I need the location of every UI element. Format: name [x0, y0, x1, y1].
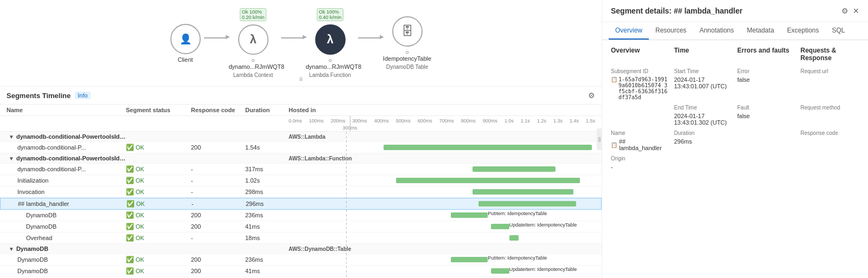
row-bar: [289, 200, 595, 208]
response-code-label: Response code: [801, 130, 860, 136]
row-status: ✅OK: [126, 200, 192, 208]
tab-exceptions[interactable]: Exceptions: [781, 22, 826, 40]
table-row[interactable]: dynamodb-conditional-P... ✅OK 200 1.54s: [0, 142, 602, 153]
row-duration: 41ms: [245, 268, 289, 274]
error-label: Error: [737, 68, 796, 74]
arrow-1: [201, 37, 229, 38]
right-content: Overview Time Errors and faults Requests…: [602, 40, 868, 278]
client-icon: 👤: [170, 24, 201, 54]
overview-col: Subsegment ID 📋 1-65a7d963-19919a6010b61…: [611, 68, 670, 100]
group-toggle[interactable]: ▼: [9, 246, 14, 252]
row-code: 200: [191, 268, 245, 274]
name-label: Name: [611, 130, 670, 136]
segment-bar: [451, 212, 488, 218]
mark-0: 0.0ms: [289, 118, 302, 124]
row-name: ▼dynamodb-conditional-PowertoolsIdempote…: [7, 155, 126, 161]
ok-icon: ✅: [126, 144, 134, 151]
right-tabs: Overview Resources Annotations Metadata …: [602, 22, 868, 40]
ok-icon: ✅: [126, 177, 134, 184]
arrow-3: [355, 37, 383, 38]
group-toggle[interactable]: ▼: [9, 156, 14, 161]
table-row[interactable]: DynamoDB ✅OK 200 236ms PutItem: Idempote…: [0, 254, 602, 266]
table-row[interactable]: ▼dynamodb-conditional-PowertoolsIdempote…: [0, 153, 602, 164]
duration-value: 296ms: [674, 138, 733, 145]
left-panel: 👤 Client Ok 100%0.20 k/min λ ○ dynamo...…: [0, 0, 602, 278]
table-row[interactable]: DynamoDB ✅OK 200 236ms PutItem: Idempote…: [0, 210, 602, 221]
row-bar: [289, 144, 595, 151]
subsegment-id-value: 1-65a7d963-19919a6010b615074 3f5cbf-6363…: [618, 76, 670, 100]
request-method-label: Request method: [801, 105, 860, 111]
end-time-label: End Time: [674, 105, 733, 111]
row-hosted: AWS::Lambda::Function: [289, 156, 595, 161]
table-row[interactable]: DynamoDB ✅OK 200 41ms UpdateItem: Idempo…: [0, 221, 602, 232]
origin-value: -: [611, 164, 670, 170]
tab-overview[interactable]: Overview: [609, 22, 649, 40]
tab-sql[interactable]: SQL: [826, 22, 852, 40]
request-method-col: Request method: [801, 105, 860, 126]
subsegment-id-label: Subsegment ID: [611, 68, 670, 74]
tab-annotations[interactable]: Annotations: [693, 22, 740, 40]
row-bar: PutItem: IdempotencyTable: [289, 211, 595, 219]
tab-metadata[interactable]: Metadata: [741, 22, 781, 40]
table-row[interactable]: dynamodb-conditional-P... ✅OK - 317ms: [0, 164, 602, 175]
mark-10: 1.0s: [505, 118, 514, 124]
fault-label: Fault: [737, 105, 796, 111]
collapse-toggle[interactable]: ≡: [299, 75, 303, 83]
table-row-lambda-handler[interactable]: ## lambda_handler ✅OK - 296ms: [0, 198, 602, 210]
group-toggle[interactable]: ▼: [9, 134, 14, 140]
info-badge[interactable]: Info: [75, 92, 90, 99]
table-row[interactable]: ▼dynamodb-conditional-PowertoolsIdempote…: [0, 132, 602, 142]
segments-body[interactable]: ▼dynamodb-conditional-PowertoolsIdempote…: [0, 132, 602, 278]
mark-8: 800ms: [461, 118, 476, 124]
lambda-function-badge: Ok 100%0.40 k/min: [317, 8, 344, 21]
row-name: ▼dynamodb-conditional-PowertoolsIdempote…: [7, 133, 126, 140]
row-name: ## lambda_handler: [7, 201, 126, 207]
fault-col: Fault false: [737, 105, 796, 126]
ok-icon: ✅: [126, 267, 134, 275]
ok-icon: ✅: [126, 256, 134, 263]
ok-icon: ✅: [126, 211, 134, 219]
segment-details-header: Segment details: ## lambda_handler ⚙ ✕: [602, 0, 868, 22]
node-client[interactable]: 👤 Client: [170, 24, 201, 63]
row-bar: UpdateItem: IdempotencyTable: [289, 223, 595, 230]
dynamodb-icon: 🗄: [392, 16, 423, 47]
settings-icon[interactable]: ⚙: [841, 7, 848, 15]
copy-icon[interactable]: 📋: [611, 76, 617, 82]
table-row[interactable]: Overhead ✅OK - 18ms: [0, 232, 602, 244]
node-lambda-function[interactable]: Ok 100%0.40 k/min λ ○ dynamo...RJmWQT8 L…: [306, 8, 355, 78]
row-status: ✅OK: [126, 211, 191, 219]
requests-col: Request url: [801, 68, 860, 100]
row-name: DynamoDB: [7, 212, 126, 218]
table-row[interactable]: DynamoDB ✅OK 200 41ms UpdateItem: Idempo…: [0, 266, 602, 277]
close-icon[interactable]: ✕: [853, 7, 859, 15]
segment-bar: [396, 178, 580, 183]
row-name: dynamodb-conditional-P...: [7, 144, 126, 151]
row-code: 200: [191, 223, 245, 230]
row-name: Invocation: [7, 189, 126, 195]
segment-bar: [509, 235, 519, 241]
tab-resources[interactable]: Resources: [649, 22, 693, 40]
row-status: ✅OK: [126, 144, 191, 151]
col-status: Segment status: [126, 107, 191, 113]
table-row[interactable]: Invocation ✅OK - 298ms: [0, 186, 602, 198]
gear-icon[interactable]: ⚙: [588, 91, 595, 100]
table-row[interactable]: Initialization ✅OK - 1.02s: [0, 175, 602, 186]
mark-3: 300ms: [353, 118, 367, 124]
time-col: Start Time 2024-01-17 13:43:01.007 (UTC): [674, 68, 733, 100]
timeline-ruler: 0.0ms 100ms 200ms 300ms 400ms 500ms 600m…: [0, 116, 602, 132]
mark-14: 1.4s: [570, 118, 579, 124]
service-map: 👤 Client Ok 100%0.20 k/min λ ○ dynamo...…: [0, 0, 602, 87]
node-dynamodb[interactable]: 🗄 ○ IdempotencyTable DynamoDB Table: [383, 16, 432, 70]
segment-details-title: Segment details: ## lambda_handler: [611, 7, 743, 15]
node-lambda-context[interactable]: Ok 100%0.20 k/min λ ○ dynamo...RJmWQT8 L…: [229, 8, 278, 78]
copy-icon-2[interactable]: 📋: [611, 142, 617, 148]
mark-12: 1.2s: [537, 118, 546, 124]
lambda-context-badge: Ok 100%0.20 k/min: [240, 8, 267, 21]
col-errors-title: Errors and faults: [737, 47, 796, 62]
mark-7: 700ms: [439, 118, 454, 124]
row-duration: 41ms: [245, 223, 289, 230]
table-row[interactable]: ▼DynamoDB AWS::DynamoDB::Table: [0, 244, 602, 254]
row-bar: [289, 177, 595, 184]
ok-icon: ✅: [126, 188, 134, 196]
row-name: DynamoDB: [7, 256, 126, 263]
